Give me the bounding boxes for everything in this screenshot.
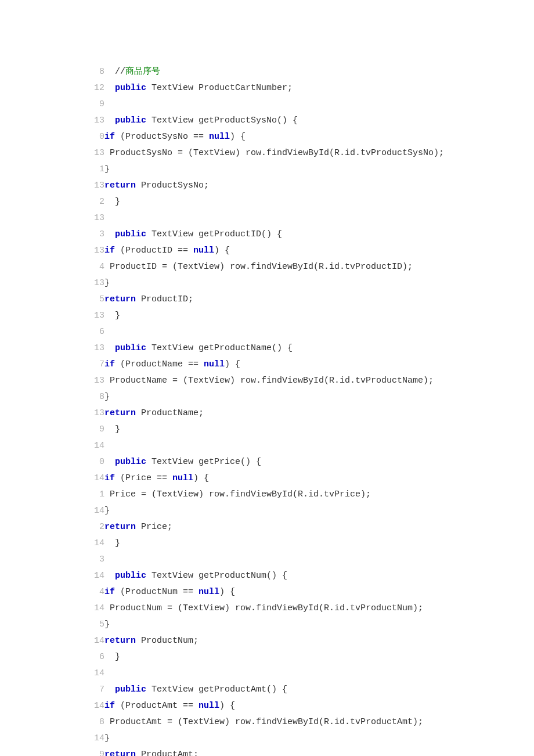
keyword-token: public xyxy=(115,685,146,694)
code-content: ProductName = (TextView) row.findViewByI… xyxy=(104,376,434,386)
line-number: 9 xyxy=(86,96,104,113)
line-number: 8 xyxy=(86,64,104,80)
keyword-token: public xyxy=(115,229,146,239)
keyword-token: null xyxy=(199,701,219,711)
line-number: 4 xyxy=(86,259,104,275)
code-content: } xyxy=(104,424,120,434)
text-token: ProductName = (TextView) row.findViewByI… xyxy=(104,376,434,386)
keyword-token: return xyxy=(104,750,136,756)
line-number: 14 xyxy=(86,698,104,714)
code-content: public TextView getProductAmt() { xyxy=(104,685,287,694)
code-content: public TextView ProductCartNumber; xyxy=(104,83,293,93)
text-token: } xyxy=(104,278,110,288)
line-number: 13 xyxy=(86,308,104,324)
code-content: public TextView getProductSysNo() { xyxy=(104,116,298,125)
text-token: (ProductID == xyxy=(115,246,193,255)
code-line: 9return ProductAmt; xyxy=(86,747,534,756)
code-line: 14if (ProductAmt == null) { xyxy=(86,698,534,714)
text-token: (ProductAmt == xyxy=(115,701,199,711)
keyword-token: null xyxy=(172,473,193,483)
code-line: 13} xyxy=(86,275,534,291)
line-number: 13 xyxy=(86,275,104,291)
keyword-token: if xyxy=(104,701,115,711)
line-number: 14 xyxy=(86,438,104,454)
line-number: 14 xyxy=(86,633,104,649)
line-number: 5 xyxy=(86,617,104,633)
code-line: 14 xyxy=(86,438,534,454)
line-number: 14 xyxy=(86,568,104,584)
line-number: 0 xyxy=(86,129,104,145)
text-token xyxy=(104,571,115,581)
text-token: ProductSysNo = (TextView) row.findViewBy… xyxy=(104,148,444,158)
text-token: } xyxy=(104,392,110,402)
line-number: 5 xyxy=(86,291,104,308)
line-number: 12 xyxy=(86,80,104,96)
text-token: TextView getProductSysNo() { xyxy=(146,116,298,125)
code-line: 13 } xyxy=(86,308,534,324)
text-token xyxy=(104,685,115,694)
keyword-token: return xyxy=(104,294,136,304)
code-line: 14} xyxy=(86,730,534,747)
code-content: return ProductAmt; xyxy=(104,750,199,756)
text-token: } xyxy=(104,733,110,743)
code-line: 13return ProductName; xyxy=(86,405,534,422)
text-token: ) { xyxy=(214,246,230,255)
code-content: if (ProductAmt == null) { xyxy=(104,701,235,711)
code-line: 14} xyxy=(86,503,534,519)
line-number: 13 xyxy=(86,373,104,389)
text-token: ProductNum = (TextView) row.findViewById… xyxy=(104,603,423,613)
line-number: 1 xyxy=(86,161,104,178)
keyword-token: null xyxy=(199,587,219,597)
code-content: //商品序号 xyxy=(104,67,160,77)
text-token: } xyxy=(104,424,120,434)
code-line: 13 public TextView getProductSysNo() { xyxy=(86,113,534,129)
text-token: Price = (TextView) row.findViewById(R.id… xyxy=(104,489,371,499)
code-line: 7 public TextView getProductAmt() { xyxy=(86,682,534,698)
text-token: TextView getProductNum() { xyxy=(146,571,287,581)
keyword-token: public xyxy=(115,83,146,93)
code-content: } xyxy=(104,392,110,402)
keyword-token: null xyxy=(193,246,214,255)
text-token xyxy=(104,116,115,125)
code-line: 5return ProductID; xyxy=(86,291,534,308)
code-content: return ProductName; xyxy=(104,408,204,418)
code-content: if (ProductSysNo == null) { xyxy=(104,132,246,142)
code-line: 9 } xyxy=(86,422,534,438)
keyword-token: return xyxy=(104,408,136,418)
code-line: 14 ProductNum = (TextView) row.findViewB… xyxy=(86,600,534,617)
text-token: TextView getProductID() { xyxy=(146,229,282,239)
code-content: } xyxy=(104,164,110,174)
text-token: ProductID = (TextView) row.findViewById(… xyxy=(104,262,413,272)
code-content: Price = (TextView) row.findViewById(R.id… xyxy=(104,489,371,499)
line-number: 3 xyxy=(86,552,104,568)
text-token xyxy=(104,83,115,93)
code-line: 8 //商品序号 xyxy=(86,64,534,80)
code-page: 8 //商品序号12 public TextView ProductCartNu… xyxy=(0,0,534,756)
keyword-token: if xyxy=(104,473,115,483)
line-number: 13 xyxy=(86,210,104,226)
code-line: 12 public TextView ProductCartNumber; xyxy=(86,80,534,96)
code-content: } xyxy=(104,278,110,288)
text-token: (ProductName == xyxy=(115,359,204,369)
line-number: 13 xyxy=(86,243,104,259)
code-line: 3 xyxy=(86,552,534,568)
code-line: 13if (ProductID == null) { xyxy=(86,243,534,259)
text-token: ProductSysNo; xyxy=(136,181,209,190)
text-token: ProductID; xyxy=(136,294,193,304)
text-token xyxy=(104,457,115,467)
keyword-token: null xyxy=(209,132,230,142)
line-number: 3 xyxy=(86,226,104,243)
comment-token: // xyxy=(104,67,125,77)
keyword-token: return xyxy=(104,522,136,532)
line-number: 0 xyxy=(86,454,104,470)
text-token: (ProductNum == xyxy=(115,587,199,597)
keyword-token: null xyxy=(204,359,225,369)
keyword-token: if xyxy=(104,132,115,142)
text-token: TextView ProductCartNumber; xyxy=(146,83,293,93)
code-content: } xyxy=(104,506,110,516)
code-line: 3 public TextView getProductID() { xyxy=(86,226,534,243)
line-number: 14 xyxy=(86,665,104,682)
line-number: 8 xyxy=(86,389,104,405)
code-content: return ProductNum; xyxy=(104,636,199,646)
text-token: ) { xyxy=(230,132,246,142)
